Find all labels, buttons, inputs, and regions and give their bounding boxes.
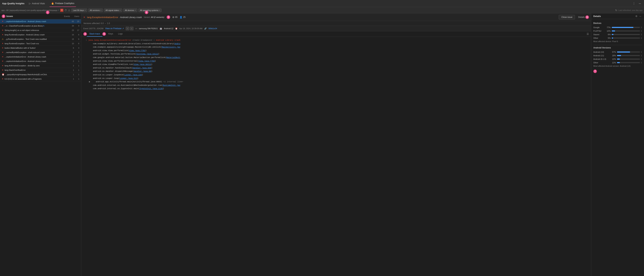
issue-row[interactable]: ✕...ceptionInInitializerError - Android … bbox=[0, 19, 81, 24]
issue-users: 1 bbox=[75, 73, 79, 76]
expand-internal-button[interactable]: ▶ bbox=[88, 81, 91, 83]
issue-row[interactable]: ✕...rashedByAdbException - shell-induced… bbox=[0, 50, 81, 55]
bar-track bbox=[612, 34, 640, 35]
issue-row[interactable]: ✕lang.ArithmeticException - divide by ze… bbox=[0, 64, 81, 68]
device-label: Other bbox=[593, 37, 604, 39]
android-version-row: Android (11) 18% ℹ bbox=[593, 54, 642, 57]
link-materialbutt[interactable]: MaterialButt bbox=[166, 56, 180, 59]
signal-filter-arrow: ▾ bbox=[120, 9, 120, 11]
issue-count: 1 bbox=[69, 78, 74, 80]
right-panel: Details ⚙ ─ Devices Google 77% ℹ FUJITSU… bbox=[591, 14, 644, 276]
signal-filter-dropdown[interactable]: All signal states ▾ bbox=[104, 9, 122, 12]
versions-filter-dropdown[interactable]: All versions ▾ bbox=[88, 9, 103, 12]
android-version-info-button[interactable]: ℹ bbox=[641, 51, 642, 53]
issue-count: 1 bbox=[69, 73, 74, 76]
issue-count: 1 bbox=[69, 69, 74, 71]
stack-line-4: android.view.View.performClick(View.java… bbox=[81, 49, 591, 53]
annotation-3: 3 bbox=[167, 15, 170, 19]
separator bbox=[593, 45, 642, 45]
issue-row[interactable]: ✕...ceptionInInitializerError - Android … bbox=[0, 55, 81, 59]
view-firebase-button[interactable]: View on Firebase ↗ bbox=[105, 27, 124, 30]
users-stat: 👤 25 bbox=[180, 16, 185, 19]
os-filter-label: All operating systems bbox=[140, 9, 158, 11]
issue-text: ...n - ClassNotFoundException at java li… bbox=[4, 25, 68, 27]
issue-row[interactable]: ✕lang.RuntimeException - Test Crash vcs1… bbox=[0, 41, 81, 46]
variant-label: Variant: All (2 variants) bbox=[144, 16, 164, 18]
annotation-2: 2 bbox=[2, 15, 5, 18]
tab-firebase-crashlytics[interactable]: 🔥 Firebase Crashlytics bbox=[50, 0, 76, 7]
versions-affected: Versions affected: 6.0 → 1.0 bbox=[83, 22, 110, 25]
settings-icon-button[interactable]: ⚙ bbox=[635, 15, 638, 18]
close-issue-button[interactable]: Close issue bbox=[559, 15, 575, 20]
tab-android-vitals[interactable]: ▷ Android Vitals bbox=[27, 0, 46, 7]
detail-panel: ✕ lang.ExceptionInInitializerError - And… bbox=[81, 14, 591, 276]
android-version-info-button[interactable]: ℹ bbox=[641, 58, 642, 60]
issue-users: 1 bbox=[75, 69, 79, 71]
details-label: Details bbox=[578, 16, 585, 18]
clock-filter-icon[interactable]: ⏱ bbox=[64, 9, 67, 12]
issue-row[interactable]: ✕0,0-{0,0} is not associated with a Frag… bbox=[0, 77, 81, 81]
devices-filter-label: All devices bbox=[125, 9, 134, 11]
time-filter-dropdown[interactable]: Last 90 days ▾ bbox=[71, 9, 87, 12]
issue-row[interactable]: ✕lang.StackOverflowError11 bbox=[0, 68, 81, 72]
issue-count: 2 bbox=[69, 60, 74, 62]
devices-filter-dropdown[interactable]: All devices ▾ bbox=[123, 9, 137, 12]
issues-title: Issues bbox=[6, 15, 13, 18]
clear-filter-button[interactable]: ✕ bbox=[60, 9, 64, 12]
link-runtimeinit[interactable]: RuntimeInit.jav bbox=[163, 84, 180, 86]
close-right-panel-button[interactable]: ─ bbox=[639, 15, 642, 18]
issue-row[interactable]: ⚠...g.RuntimeException - Test Crash new … bbox=[0, 37, 81, 41]
device-info-button[interactable]: ℹ bbox=[641, 30, 642, 32]
nav-arrows: ‹ › bbox=[126, 27, 134, 30]
firebase-label: Firebase Crashlytics bbox=[55, 2, 74, 5]
os-filter-dropdown[interactable]: All operating systems ▾ bbox=[138, 9, 162, 12]
crash-description: Android Library crash bbox=[120, 16, 142, 19]
issue-row[interactable]: ✕...ceptionInInitializerError - Android … bbox=[0, 59, 81, 64]
top-bar: App Quality Insights ▷ Android Vitals 🔥 … bbox=[0, 0, 644, 7]
prev-event-button[interactable]: ‹ bbox=[126, 27, 129, 30]
tab-logs[interactable]: Logs bbox=[116, 31, 125, 37]
device-label: Xiaomi bbox=[593, 34, 604, 36]
tab-keys[interactable]: Keys bbox=[106, 31, 116, 37]
bar-track bbox=[617, 55, 640, 56]
link-mainactivity[interactable]: MainActivity.jav bbox=[162, 46, 180, 48]
menu-button[interactable]: ⋮ bbox=[632, 2, 636, 6]
android-version-pct: 12% bbox=[610, 62, 616, 64]
device-info-button[interactable]: ℹ bbox=[641, 26, 642, 29]
issue-row[interactable]: ⏰...ppqualityinsightsqaapp.MainActivity$… bbox=[0, 72, 81, 77]
issue-row[interactable]: ✕button.MaterialButton with id 'button'6… bbox=[0, 46, 81, 50]
issue-row[interactable]: ✕String.length() on a null object refere… bbox=[0, 28, 81, 33]
warning-filter-icon[interactable]: ⚠ bbox=[68, 9, 70, 12]
tab-stack-trace[interactable]: Stack trace bbox=[87, 31, 102, 37]
crash-error-icon: ✕ bbox=[83, 16, 85, 19]
stack-trace-area[interactable]: 1 java.lang.ExceptionInInitializerError … bbox=[81, 37, 591, 276]
link-andro[interactable]: Andro bbox=[174, 43, 180, 45]
android-version-info-button[interactable]: ℹ bbox=[641, 61, 642, 64]
issue-row[interactable]: ✕lang.RuntimeException - Android Library… bbox=[0, 33, 81, 37]
device-info-button[interactable]: ℹ bbox=[641, 33, 642, 36]
most-affected-android: Most affected Android version: Android (… bbox=[593, 65, 642, 67]
next-event-button[interactable]: › bbox=[130, 27, 134, 30]
link-zygotemain[interactable]: ZygoteInit.java:1135 bbox=[140, 88, 163, 90]
filter-lines-button[interactable]: ☰ bbox=[587, 33, 589, 35]
link-textview[interactable]: TextView.java:16112 bbox=[136, 53, 158, 55]
stack-line-7: android.view.View.performClickInternal(V… bbox=[81, 59, 591, 63]
device-info-button[interactable]: ℹ bbox=[641, 37, 642, 39]
link-handler99[interactable]: Handler.java:99 bbox=[134, 70, 151, 72]
link-view7792[interactable]: View.java:7792 bbox=[129, 50, 145, 52]
clock-icon: ⏰ bbox=[175, 27, 178, 30]
link-handler938[interactable]: Handler.java:938 bbox=[132, 67, 151, 69]
link-looper313[interactable]: Looper.java:313 bbox=[120, 77, 137, 79]
link-view30213[interactable]: View.java:30213 bbox=[134, 63, 151, 65]
minimize-button[interactable]: ─ bbox=[638, 2, 642, 6]
stack-line-3: com.example.appqualityinsightsqaapp.Main… bbox=[81, 46, 591, 49]
detail-header: ✕ lang.ExceptionInInitializerError - And… bbox=[81, 14, 591, 21]
link-looper226[interactable]: Looper.java:226 bbox=[124, 74, 142, 76]
issue-icon: ✕ bbox=[2, 51, 4, 54]
refresh-button[interactable]: ↻ bbox=[615, 9, 617, 12]
link-view7769[interactable]: View.java:7769 bbox=[138, 60, 155, 62]
events-icon: ⚙ bbox=[172, 16, 174, 19]
issue-row[interactable]: ✕...n - ClassNotFoundException at java l… bbox=[0, 24, 81, 28]
stack-line-10: android.os.Handler.dispatchMessage(Handl… bbox=[81, 70, 591, 73]
android-version-info-button[interactable]: ℹ bbox=[641, 54, 642, 57]
